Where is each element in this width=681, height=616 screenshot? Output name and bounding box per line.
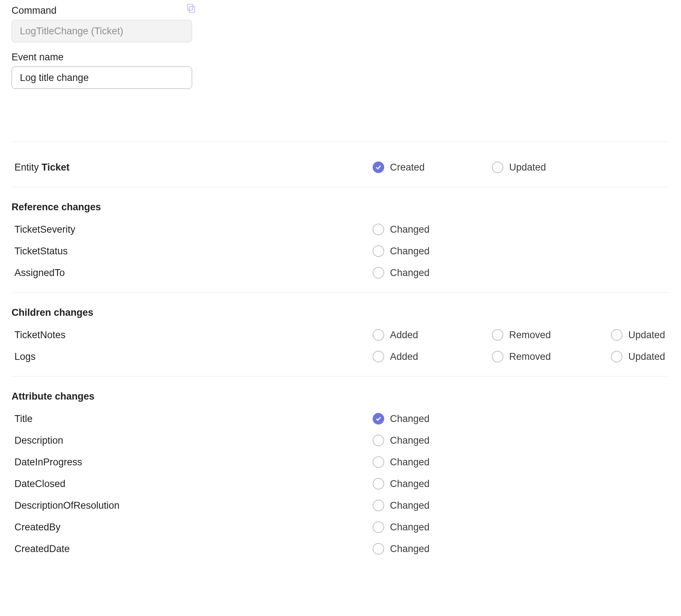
radio-label: Changed xyxy=(390,413,430,425)
reference-name: TicketStatus xyxy=(12,246,373,257)
attribute-name: DateClosed xyxy=(12,478,373,490)
children-updated-option[interactable]: Updated xyxy=(611,329,669,341)
radio-label: Removed xyxy=(509,351,551,362)
attribute-name: CreatedBy xyxy=(12,522,373,533)
radio-icon xyxy=(611,351,623,362)
radio-label: Changed xyxy=(390,435,430,446)
attribute-name: DescriptionOfResolution xyxy=(12,500,373,511)
attribute-changed-option[interactable]: Changed xyxy=(373,478,492,490)
reference-name: TicketSeverity xyxy=(12,224,373,235)
attribute-row: TitleChanged xyxy=(12,408,669,430)
radio-icon xyxy=(373,543,384,555)
children-name: TicketNotes xyxy=(12,329,373,341)
radio-label: Changed xyxy=(390,224,430,235)
radio-label: Updated xyxy=(628,351,665,362)
radio-label: Changed xyxy=(390,522,430,533)
attribute-changed-option[interactable]: Changed xyxy=(373,413,492,425)
attribute-row: DateClosedChanged xyxy=(12,473,669,495)
attribute-changed-option[interactable]: Changed xyxy=(373,543,492,555)
children-added-option[interactable]: Added xyxy=(373,351,492,362)
radio-icon xyxy=(373,500,384,511)
radio-label: Created xyxy=(390,162,425,173)
radio-icon xyxy=(373,456,384,468)
radio-icon xyxy=(373,224,384,235)
eventname-input[interactable] xyxy=(12,66,192,89)
attribute-name: Title xyxy=(12,413,373,425)
attribute-name: CreatedDate xyxy=(12,543,373,555)
attribute-changed-option[interactable]: Changed xyxy=(373,435,492,446)
radio-label: Added xyxy=(390,351,418,362)
attribute-row: CreatedDateChanged xyxy=(12,538,669,560)
radio-label: Changed xyxy=(390,478,430,490)
entity-prefix: Entity xyxy=(14,162,39,173)
radio-icon xyxy=(373,351,384,362)
svg-rect-0 xyxy=(189,7,195,12)
radio-label: Updated xyxy=(509,162,546,173)
radio-label: Changed xyxy=(390,457,430,468)
radio-icon xyxy=(373,161,384,173)
entity-created-option[interactable]: Created xyxy=(373,161,492,173)
attribute-name: Description xyxy=(12,435,373,446)
reference-changed-option[interactable]: Changed xyxy=(373,224,492,235)
entity-row: Entity Ticket Created Updated xyxy=(12,156,669,178)
reference-row: AssignedToChanged xyxy=(12,262,669,284)
eventname-label: Event name xyxy=(12,52,669,63)
children-removed-option[interactable]: Removed xyxy=(492,329,611,341)
children-changes-title: Children changes xyxy=(12,307,669,318)
radio-label: Added xyxy=(390,329,418,341)
reference-changed-option[interactable]: Changed xyxy=(373,267,492,279)
svg-rect-1 xyxy=(187,4,193,10)
radio-label: Changed xyxy=(390,267,430,279)
radio-label: Changed xyxy=(390,500,430,511)
radio-icon xyxy=(373,267,384,279)
entity-name: Ticket xyxy=(42,162,70,173)
radio-icon xyxy=(492,329,503,341)
radio-label: Removed xyxy=(509,329,551,341)
children-row: TicketNotesAddedRemovedUpdated xyxy=(12,324,669,346)
attribute-row: DescriptionChanged xyxy=(12,430,669,451)
radio-icon xyxy=(492,351,503,362)
radio-icon xyxy=(373,413,384,425)
children-added-option[interactable]: Added xyxy=(373,329,492,341)
reference-row: TicketSeverityChanged xyxy=(12,219,669,240)
attribute-name: DateInProgress xyxy=(12,457,373,468)
attribute-row: DescriptionOfResolutionChanged xyxy=(12,495,669,516)
attribute-changed-option[interactable]: Changed xyxy=(373,521,492,533)
radio-icon xyxy=(373,521,384,533)
radio-icon xyxy=(373,245,384,257)
reference-changes-title: Reference changes xyxy=(12,202,669,213)
radio-icon xyxy=(373,435,384,446)
command-input xyxy=(12,20,192,42)
children-updated-option[interactable]: Updated xyxy=(611,351,669,362)
attribute-row: CreatedByChanged xyxy=(12,516,669,538)
radio-icon xyxy=(611,329,623,341)
reference-row: TicketStatusChanged xyxy=(12,240,669,262)
children-row: LogsAddedRemovedUpdated xyxy=(12,346,669,367)
radio-label: Changed xyxy=(390,246,430,257)
radio-label: Changed xyxy=(390,543,430,555)
reference-name: AssignedTo xyxy=(12,267,373,279)
attribute-changes-title: Attribute changes xyxy=(12,391,669,402)
radio-icon xyxy=(373,478,384,490)
attribute-row: DateInProgressChanged xyxy=(12,451,669,473)
radio-icon xyxy=(373,329,384,341)
radio-icon xyxy=(492,161,503,173)
children-name: Logs xyxy=(12,351,373,362)
reference-changed-option[interactable]: Changed xyxy=(373,245,492,257)
copy-icon[interactable] xyxy=(186,3,196,14)
radio-label: Updated xyxy=(628,329,665,341)
command-label: Command xyxy=(12,5,669,16)
entity-updated-option[interactable]: Updated xyxy=(492,161,611,173)
attribute-changed-option[interactable]: Changed xyxy=(373,456,492,468)
attribute-changed-option[interactable]: Changed xyxy=(373,500,492,511)
children-removed-option[interactable]: Removed xyxy=(492,351,611,362)
